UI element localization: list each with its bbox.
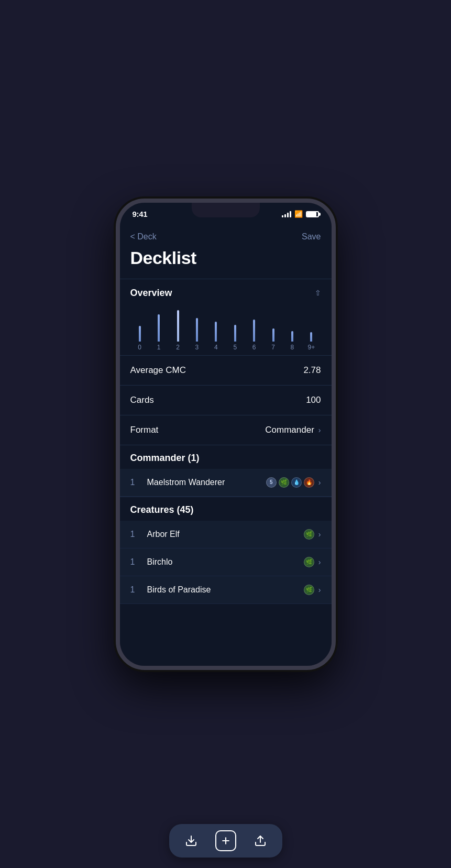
card-qty-birchlo: 1 bbox=[130, 557, 141, 567]
save-button[interactable]: Save bbox=[302, 232, 321, 241]
card-name-birds: Birds of Paradise bbox=[147, 585, 304, 595]
commander-section-header: Commander (1) bbox=[120, 445, 332, 469]
mana-generic-icon: 5 bbox=[266, 477, 277, 488]
signal-bars-icon bbox=[282, 211, 291, 217]
chart-label-9plus: 9+ bbox=[308, 344, 315, 351]
average-cmc-row: Average CMC 2.78 bbox=[120, 356, 332, 385]
chart-bars: 0 1 2 bbox=[130, 313, 321, 355]
status-icons: 📶 bbox=[282, 210, 319, 218]
chart-col-9plus: 9+ bbox=[302, 310, 321, 351]
chart-col-8: 8 bbox=[283, 310, 302, 351]
cards-row: Cards 100 bbox=[120, 386, 332, 415]
chart-col-0: 0 bbox=[130, 310, 149, 351]
mana-blue-icon: 💧 bbox=[291, 477, 302, 488]
overview-title: Overview bbox=[130, 288, 172, 299]
chart-label-5: 5 bbox=[233, 344, 237, 351]
card-row-birds[interactable]: 1 Birds of Paradise 🌿 › bbox=[120, 576, 332, 604]
status-time: 9:41 bbox=[133, 210, 148, 218]
phone-wrapper: 9:41 📶 < Deck Save bbox=[0, 0, 451, 868]
chart-label-7: 7 bbox=[271, 344, 275, 351]
chart-label-8: 8 bbox=[291, 344, 294, 351]
page-title: Decklist bbox=[130, 248, 321, 268]
format-arrow-icon: › bbox=[318, 426, 321, 434]
chart-label-1: 1 bbox=[157, 344, 161, 351]
average-cmc-value: 2.78 bbox=[303, 365, 321, 376]
battery-icon bbox=[306, 211, 319, 217]
phone-frame: 9:41 📶 < Deck Save bbox=[116, 199, 336, 670]
format-value: Commander bbox=[265, 425, 314, 435]
card-symbols-arbor: 🌿 bbox=[304, 529, 314, 540]
card-symbols-maelstrom: 5 🌿 💧 🔥 bbox=[266, 477, 314, 488]
chart-label-3: 3 bbox=[195, 344, 199, 351]
arbor-arrow-icon: › bbox=[318, 530, 321, 539]
card-row-arbor-elf[interactable]: 1 Arbor Elf 🌿 › bbox=[120, 521, 332, 548]
mana-green-birds-icon: 🌿 bbox=[304, 585, 314, 595]
chart-col-7: 7 bbox=[263, 310, 282, 351]
chart-col-6: 6 bbox=[245, 310, 263, 351]
chart-label-2: 2 bbox=[176, 344, 180, 351]
average-cmc-label: Average CMC bbox=[130, 365, 186, 376]
chart-col-5: 5 bbox=[226, 310, 245, 351]
format-label: Format bbox=[130, 425, 159, 435]
nav-bar: < Deck Save bbox=[120, 226, 332, 246]
screen[interactable]: < Deck Save Decklist Overview ⇧ bbox=[120, 226, 332, 666]
card-qty-maelstrom: 1 bbox=[130, 478, 141, 487]
cards-label: Cards bbox=[130, 395, 154, 405]
cards-value: 100 bbox=[306, 395, 321, 405]
format-value-group: Commander › bbox=[265, 425, 321, 435]
back-button[interactable]: < Deck bbox=[130, 232, 157, 241]
card-symbols-birchlo: 🌿 bbox=[304, 557, 314, 567]
page-title-section: Decklist bbox=[120, 246, 332, 279]
commander-section-title: Commander (1) bbox=[130, 453, 200, 463]
overview-header[interactable]: Overview ⇧ bbox=[120, 279, 332, 307]
card-qty-arbor: 1 bbox=[130, 530, 141, 539]
chart-col-3: 3 bbox=[188, 310, 206, 351]
card-name-maelstrom: Maelstrom Wanderer bbox=[147, 478, 266, 487]
chart-col-1: 1 bbox=[149, 310, 168, 351]
maelstrom-arrow-icon: › bbox=[318, 478, 321, 487]
creatures-section-header: Creatures (45) bbox=[120, 497, 332, 521]
chart-label-6: 6 bbox=[252, 344, 256, 351]
format-row[interactable]: Format Commander › bbox=[120, 415, 332, 445]
mana-green-birchlo-icon: 🌿 bbox=[304, 557, 314, 567]
overview-section: Overview ⇧ 0 bbox=[120, 279, 332, 445]
card-row-birchlo[interactable]: 1 Birchlo 🌿 › bbox=[120, 548, 332, 576]
overview-chevron-icon: ⇧ bbox=[315, 289, 321, 297]
card-symbols-birds: 🌿 bbox=[304, 585, 314, 595]
chart-label-4: 4 bbox=[214, 344, 218, 351]
chart-col-2: 2 bbox=[168, 310, 187, 351]
mana-green-icon: 🌿 bbox=[279, 477, 289, 488]
mana-green-arbor-icon: 🌿 bbox=[304, 529, 314, 540]
wifi-icon: 📶 bbox=[294, 210, 303, 218]
card-row-maelstrom[interactable]: 1 Maelstrom Wanderer 5 🌿 💧 🔥 › bbox=[120, 469, 332, 497]
creatures-section-title: Creatures (45) bbox=[130, 504, 194, 515]
chart-col-4: 4 bbox=[206, 310, 225, 351]
chart-label-0: 0 bbox=[138, 344, 141, 351]
birchlo-arrow-icon: › bbox=[318, 558, 321, 566]
mana-curve-chart: 0 1 2 bbox=[120, 307, 332, 355]
card-name-arbor: Arbor Elf bbox=[147, 530, 304, 539]
card-name-birchlo: Birchlo bbox=[147, 557, 304, 567]
mana-red-icon: 🔥 bbox=[304, 477, 314, 488]
birds-arrow-icon: › bbox=[318, 586, 321, 594]
card-qty-birds: 1 bbox=[130, 585, 141, 595]
notch bbox=[192, 203, 260, 217]
